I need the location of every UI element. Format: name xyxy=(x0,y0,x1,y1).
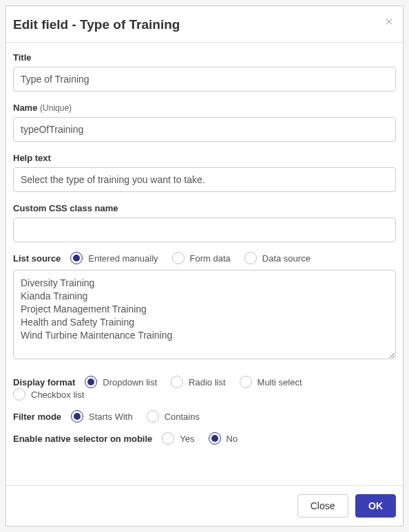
filter-mode-option-0[interactable]: Starts With xyxy=(71,410,133,423)
list-source-option-2[interactable]: Data source xyxy=(244,252,311,264)
display-format-option-2[interactable]: Multi select xyxy=(240,376,302,388)
close-icon[interactable]: × xyxy=(379,12,399,31)
radio-icon xyxy=(71,410,83,423)
dialog-title: Edit field - Type of Training xyxy=(13,17,180,32)
filter-mode-label: Filter mode xyxy=(13,412,61,422)
radio-icon xyxy=(70,252,83,264)
radio-label: Dropdown list xyxy=(103,377,157,387)
list-source-label: List source xyxy=(13,253,61,264)
list-source-option-0[interactable]: Entered manually xyxy=(70,252,158,264)
name-group: Name (Unique) xyxy=(13,101,396,142)
radio-icon xyxy=(240,376,252,388)
css-input[interactable] xyxy=(13,217,396,242)
radio-icon xyxy=(162,432,174,445)
display-format-option-1[interactable]: Radio list xyxy=(171,376,225,388)
native-selector-label: Enable native selector on mobile xyxy=(13,434,152,444)
display-format-option-0[interactable]: Dropdown list xyxy=(85,376,157,388)
help-label: Help text xyxy=(13,153,51,163)
radio-icon xyxy=(13,388,25,401)
radio-label: No xyxy=(227,434,238,444)
list-source-group: List source Entered manuallyForm dataDat… xyxy=(13,252,396,362)
display-format-label: Display format xyxy=(13,377,75,387)
radio-label: Contains xyxy=(165,412,200,422)
native-selector-row: Enable native selector on mobile YesNo xyxy=(13,432,396,445)
name-input[interactable] xyxy=(13,117,396,142)
edit-field-dialog: Edit field - Type of Training × Title Na… xyxy=(6,6,403,526)
title-group: Title xyxy=(13,51,396,92)
css-group: Custom CSS class name xyxy=(13,202,396,242)
list-source-row: List source Entered manuallyForm dataDat… xyxy=(13,252,396,264)
help-group: Help text xyxy=(13,151,396,192)
radio-label: Yes xyxy=(180,434,194,444)
radio-icon xyxy=(171,376,183,388)
close-button[interactable]: Close xyxy=(297,494,348,518)
display-format-option-3[interactable]: Checkbox list xyxy=(13,388,84,401)
native-selector-option-0[interactable]: Yes xyxy=(162,432,194,445)
radio-icon xyxy=(172,252,185,264)
radio-icon xyxy=(209,432,221,445)
radio-label: Entered manually xyxy=(88,253,158,264)
title-input[interactable] xyxy=(13,67,396,92)
filter-mode-row: Filter mode Starts WithContains xyxy=(13,410,396,423)
title-label: Title xyxy=(13,52,32,63)
help-input[interactable] xyxy=(13,167,396,192)
filter-mode-option-1[interactable]: Contains xyxy=(147,410,200,423)
radio-label: Form data xyxy=(190,253,231,264)
radio-label: Multi select xyxy=(258,377,302,387)
dialog-footer: Close OK xyxy=(6,485,403,526)
list-source-items[interactable] xyxy=(13,270,396,359)
radio-label: Data source xyxy=(262,253,311,264)
radio-label: Checkbox list xyxy=(31,390,84,400)
ok-button[interactable]: OK xyxy=(355,494,396,518)
dialog-body: Title Name (Unique) Help text Custom CSS… xyxy=(6,42,403,485)
native-selector-option-1[interactable]: No xyxy=(209,432,238,445)
radio-label: Starts With xyxy=(89,412,133,422)
radio-label: Radio list xyxy=(189,377,225,387)
list-source-option-1[interactable]: Form data xyxy=(172,252,231,264)
display-format-row: Display format Dropdown listRadio listMu… xyxy=(13,376,396,401)
radio-icon xyxy=(85,376,97,388)
css-label: Custom CSS class name xyxy=(13,203,118,213)
name-label: Name (Unique) xyxy=(13,103,72,113)
radio-icon xyxy=(147,410,159,423)
dialog-header: Edit field - Type of Training × xyxy=(6,6,403,42)
radio-icon xyxy=(244,252,257,264)
